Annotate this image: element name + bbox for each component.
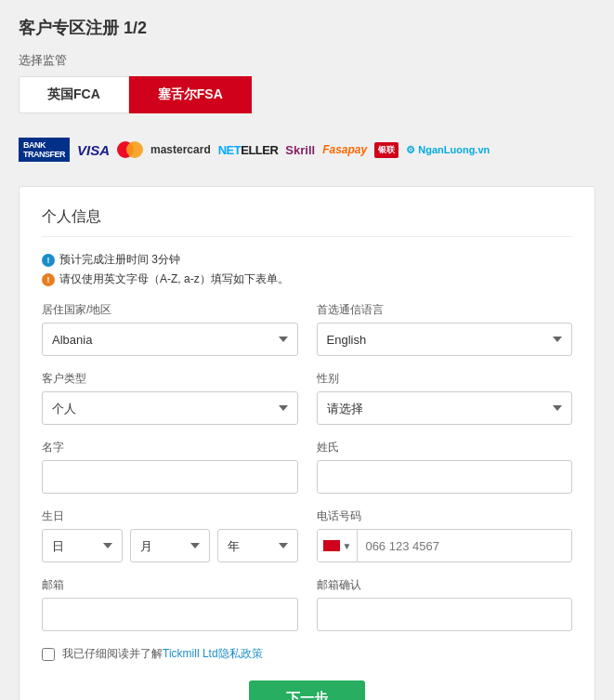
mastercard-text: mastercard [150, 143, 211, 156]
last-name-input[interactable] [317, 460, 573, 494]
birthday-selects: 日 月 年 [42, 529, 298, 562]
email-input[interactable] [42, 598, 298, 631]
first-name-label: 名字 [42, 440, 298, 456]
country-select[interactable]: Albania [42, 323, 298, 356]
email-group: 邮箱 [42, 577, 298, 631]
regulator-buttons: 英国FCA 塞舌尔FSA [19, 76, 595, 113]
last-name-group: 姓氏 [317, 440, 573, 494]
registration-form: 个人信息 ! 预计完成注册时间 3分钟 ! 请仅使用英文字母（A-Z, a-z）… [19, 186, 595, 700]
flag-dropdown-icon: ▼ [343, 541, 352, 551]
flag-icon [323, 540, 340, 551]
row-birthday-phone: 生日 日 月 年 电话号码 [42, 508, 572, 562]
birthday-group: 生日 日 月 年 [42, 508, 298, 562]
phone-input-row: ▼ [317, 529, 573, 562]
language-select[interactable]: English [317, 323, 573, 356]
info-messages: ! 预计完成注册时间 3分钟 ! 请仅使用英文字母（A-Z, a-z）填写如下表… [42, 252, 572, 287]
phone-label: 电话号码 [317, 508, 573, 524]
regulator-fsa-button[interactable]: 塞舌尔FSA [129, 76, 252, 113]
birthday-day-select[interactable]: 日 [42, 529, 123, 562]
submit-row: 下一步 [42, 680, 572, 700]
birthday-month-select[interactable]: 月 [130, 529, 211, 562]
email-label: 邮箱 [42, 577, 298, 593]
first-name-input[interactable] [42, 460, 298, 494]
row-name: 名字 姓氏 [42, 440, 572, 494]
regulator-section: 选择监管 英国FCA 塞舌尔FSA [19, 52, 595, 113]
regulator-fca-button[interactable]: 英国FCA [19, 76, 129, 113]
regulator-label: 选择监管 [19, 52, 595, 69]
client-type-label: 客户类型 [42, 371, 298, 387]
mastercard-logo [117, 141, 143, 158]
gender-label: 性别 [317, 371, 573, 387]
client-type-group: 客户类型 个人 [42, 371, 298, 425]
section-title: 个人信息 [42, 207, 572, 237]
info-msg-lang: ! 请仅使用英文字母（A-Z, a-z）填写如下表单。 [42, 271, 572, 287]
email-confirm-input[interactable] [317, 598, 573, 631]
last-name-label: 姓氏 [317, 440, 573, 456]
privacy-checkbox[interactable] [42, 648, 55, 661]
payment-logos: BANKTRANSFER VISA mastercard NETELLER Sk… [19, 126, 595, 173]
phone-group: 电话号码 ▼ [317, 508, 573, 562]
privacy-checkbox-row: 我已仔细阅读并了解Tickmill Ltd隐私政策 [42, 646, 572, 662]
email-confirm-group: 邮箱确认 [317, 577, 573, 631]
info-msg-time: ! 预计完成注册时间 3分钟 [42, 252, 572, 268]
info-msg-lang-text: 请仅使用英文字母（A-Z, a-z）填写如下表单。 [59, 271, 289, 287]
info-lang-icon: ! [42, 273, 55, 286]
birthday-year-select[interactable]: 年 [217, 529, 298, 562]
birthday-label: 生日 [42, 508, 298, 524]
privacy-policy-link[interactable]: Tickmill Ltd隐私政策 [163, 647, 263, 660]
info-msg-time-text: 预计完成注册时间 3分钟 [59, 252, 180, 268]
nganluong-logo: ⚙ NganLuong.vn [406, 144, 490, 156]
first-name-group: 名字 [42, 440, 298, 494]
gender-select[interactable]: 请选择 男 女 [317, 391, 573, 425]
language-group: 首选通信语言 English [317, 302, 573, 356]
row-clienttype-gender: 客户类型 个人 性别 请选择 男 女 [42, 371, 572, 425]
fasapay-logo: Fasapay [322, 143, 367, 156]
row-country-language: 居住国家/地区 Albania 首选通信语言 English [42, 302, 572, 356]
submit-button[interactable]: 下一步 [249, 680, 365, 700]
country-group: 居住国家/地区 Albania [42, 302, 298, 356]
row-email: 邮箱 邮箱确认 [42, 577, 572, 631]
visa-logo: VISA [77, 142, 110, 158]
privacy-label: 我已仔细阅读并了解Tickmill Ltd隐私政策 [62, 646, 263, 662]
language-label: 首选通信语言 [317, 302, 573, 318]
gender-group: 性别 请选择 男 女 [317, 371, 573, 425]
info-time-icon: ! [42, 254, 55, 267]
email-confirm-label: 邮箱确认 [317, 577, 573, 593]
phone-number-input[interactable] [358, 530, 571, 561]
client-type-select[interactable]: 个人 [42, 391, 298, 425]
unionpay-logo: 银联 [374, 142, 398, 158]
neteller-logo: NETELLER [218, 143, 279, 157]
bank-transfer-logo: BANKTRANSFER [19, 138, 70, 162]
phone-flag[interactable]: ▼ [318, 530, 359, 561]
country-label: 居住国家/地区 [42, 302, 298, 318]
page-title: 客户专区注册 1/2 [19, 17, 595, 39]
skrill-logo: Skrill [285, 143, 315, 157]
